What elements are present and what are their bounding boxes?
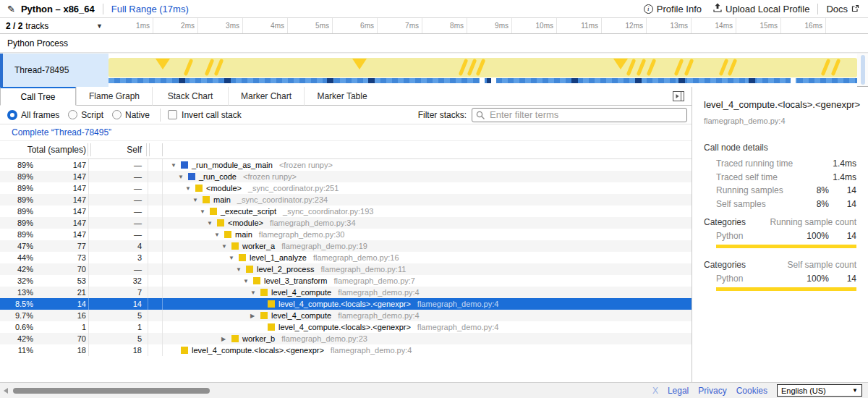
tracks-vertical-scrollbar[interactable]	[861, 55, 865, 85]
table-row[interactable]: 89%147—▼_run_module_as_main<frozen runpy…	[0, 159, 692, 171]
table-row[interactable]: 47%774▼worker_aflamegraph_demo.py:19	[0, 240, 692, 252]
table-row[interactable]: 89%147—▼main_sync_coordinator.py:234	[0, 194, 692, 206]
cpu-busy-segment	[571, 78, 578, 83]
thread-activity-canvas[interactable]	[109, 54, 857, 87]
detail-row: Traced self time1.4ms	[704, 171, 856, 185]
table-row[interactable]: 42%70—▼level_2_processflamegraph_demo.py…	[0, 263, 692, 275]
radio-native[interactable]	[112, 110, 122, 119]
row-total-percent: 42%	[0, 263, 33, 275]
expand-arrow-icon[interactable]: ▼	[171, 162, 181, 169]
category-square-icon	[188, 173, 195, 180]
function-name: level_4_compute	[271, 288, 331, 297]
horizontal-scrollbar-thumb[interactable]	[13, 388, 210, 394]
expand-arrow-icon[interactable]: ▶	[221, 336, 231, 342]
category-square-icon	[224, 231, 231, 238]
function-location: flamegraph_demo.py:30	[259, 230, 345, 239]
column-header-total[interactable]: Total (samples)	[0, 141, 86, 159]
row-total-samples: 70	[33, 263, 86, 275]
expand-arrow-icon[interactable]: ▶	[250, 313, 260, 319]
language-select[interactable]: English (US) ▼	[777, 384, 862, 397]
edit-profile-name-icon[interactable]: ✎	[7, 4, 15, 14]
footer-link-cookies[interactable]: Cookies	[736, 386, 767, 396]
function-location: flamegraph_demo.py:34	[270, 219, 356, 227]
expand-arrow-icon[interactable]: ▼	[207, 220, 217, 226]
footer-link-privacy[interactable]: Privacy	[698, 386, 726, 396]
table-row[interactable]: 89%147—▼mainflamegraph_demo.py:30	[0, 229, 692, 240]
row-total-samples: 18	[33, 344, 86, 356]
open-sidebar-icon[interactable]	[673, 91, 684, 101]
function-name: level_3_transform	[264, 276, 327, 285]
app-header: ✎ Python – x86_64 Full Range (17ms) i Pr…	[0, 0, 868, 18]
row-self-samples: —	[90, 229, 142, 240]
expand-arrow-icon[interactable]: ▼	[192, 197, 203, 203]
tab-flame-graph[interactable]: Flame Graph	[76, 87, 152, 106]
radio-script[interactable]	[68, 110, 77, 119]
column-header-self[interactable]: Self	[90, 141, 142, 159]
table-row[interactable]: 89%147—▼<module>flamegraph_demo.py:34	[0, 217, 692, 229]
table-row[interactable]: 32%5332▼level_3_transformflamegraph_demo…	[0, 275, 692, 287]
expand-arrow-icon[interactable]: ▼	[185, 185, 195, 192]
table-row[interactable]: 89%147—▼<module>_sync_coordinator.py:251	[0, 182, 692, 194]
expand-arrow-icon[interactable]: ▼	[250, 289, 260, 296]
activity-graph	[109, 58, 857, 77]
indent	[163, 165, 171, 166]
radio-all-frames[interactable]	[7, 110, 17, 120]
tracks-visibility-dropdown[interactable]: 2 / 2 tracks ▼	[0, 18, 109, 33]
category-square-icon	[181, 161, 188, 169]
category-value: 14	[829, 231, 856, 241]
expand-arrow-icon[interactable]: ▼	[236, 266, 246, 273]
footer-link-x[interactable]: X	[652, 386, 658, 396]
table-row[interactable]: 11%1818level_4_compute.<locals>.<genexpr…	[0, 344, 692, 356]
function-location: flamegraph_demo.py:7	[333, 276, 415, 285]
expand-arrow-icon[interactable]: ▼	[200, 208, 210, 215]
table-row[interactable]: 9.7%165▶level_4_computeflamegraph_demo.p…	[0, 310, 692, 321]
thread-track[interactable]: Thread-78495	[0, 54, 868, 87]
table-row[interactable]: 42%705▶worker_bflamegraph_demo.py:23	[0, 333, 692, 344]
expand-arrow-icon[interactable]: ▼	[229, 255, 239, 261]
table-row[interactable]: 13%217▼level_4_computeflamegraph_demo.py…	[0, 287, 692, 298]
row-total-percent: 32%	[0, 275, 33, 287]
row-tree-cell: ▼_run_code<frozen runpy>	[163, 171, 692, 182]
cpu-idle-gap	[791, 78, 796, 83]
table-row[interactable]: 8.5%1414level_4_compute.<locals>.<genexp…	[0, 298, 692, 310]
complete-range-link[interactable]: Complete “Thread-78495”	[12, 127, 111, 137]
row-tree-cell: ▼level_1_analyzeflamegraph_demo.py:16	[163, 252, 692, 263]
row-tree-cell: ▼_execute_script_sync_coordinator.py:193	[163, 206, 692, 217]
table-row[interactable]: 0.6%11level_4_compute.<locals>.<genexpr>…	[0, 321, 692, 333]
category-value: 14	[829, 274, 856, 284]
invert-call-stack-checkbox[interactable]	[168, 110, 177, 119]
process-track-header[interactable]: Python Process	[0, 34, 868, 53]
expand-arrow-icon[interactable]: ▼	[178, 174, 188, 180]
ruler-tick: 4ms	[243, 18, 288, 33]
tab-marker-table[interactable]: Marker Table	[304, 87, 380, 106]
expand-arrow-icon[interactable]: ▼	[214, 232, 224, 238]
docs-link[interactable]: Docs	[826, 4, 859, 14]
filter-stacks-input[interactable]	[472, 108, 687, 122]
footer-link-legal[interactable]: Legal	[668, 386, 689, 396]
upload-profile-button[interactable]: Upload Local Profile	[713, 3, 809, 14]
scroll-left-icon[interactable]	[4, 388, 8, 394]
tab-marker-chart[interactable]: Marker Chart	[228, 87, 304, 106]
table-row[interactable]: 89%147—▼_execute_script_sync_coordinator…	[0, 206, 692, 217]
row-total-samples: 70	[33, 333, 86, 344]
divider	[103, 4, 103, 14]
expand-arrow-icon[interactable]: ▼	[221, 243, 231, 250]
row-total-samples: 16	[33, 310, 86, 321]
indent	[163, 258, 229, 258]
row-total-samples: 77	[33, 240, 86, 252]
detail-percent: 8%	[799, 199, 829, 209]
row-self-samples: 14	[90, 298, 142, 310]
tab-call-tree[interactable]: Call Tree	[0, 87, 76, 106]
row-total-percent: 89%	[0, 182, 33, 194]
expand-arrow-icon[interactable]: ▼	[243, 278, 253, 284]
table-row[interactable]: 89%147—▼_run_code<frozen runpy>	[0, 171, 692, 182]
table-row[interactable]: 44%733▼level_1_analyzeflamegraph_demo.py…	[0, 252, 692, 263]
full-range-link[interactable]: Full Range (17ms)	[111, 4, 189, 14]
thread-track-label[interactable]: Thread-78495	[3, 54, 109, 87]
profile-info-button[interactable]: i Profile Info	[644, 4, 702, 14]
tab-stack-chart[interactable]: Stack Chart	[152, 87, 228, 106]
category-square-icon	[181, 347, 188, 354]
ruler-tick: 15ms	[736, 18, 781, 33]
row-total-percent: 8.5%	[0, 298, 33, 310]
timeline-tracks: Python Process Thread-78495	[0, 34, 868, 87]
